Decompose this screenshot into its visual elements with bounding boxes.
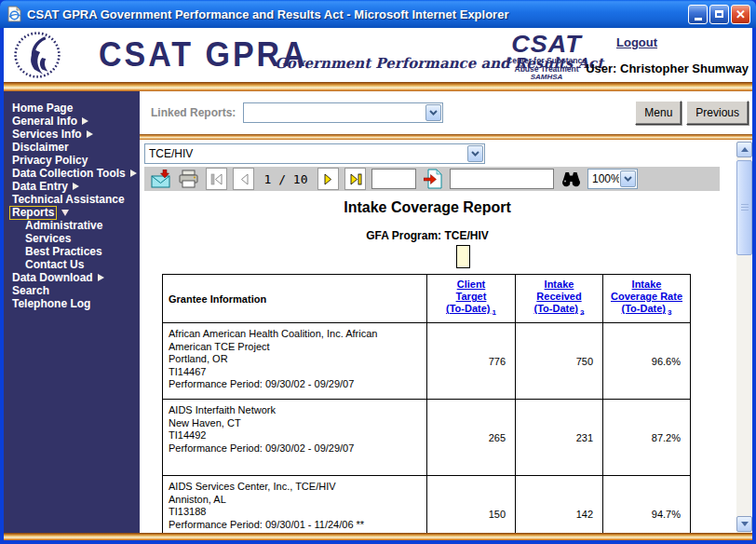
first-page-button[interactable] [206,168,227,190]
sidebar-item-label: Reports [9,206,57,220]
sidebar-item[interactable]: Technical Assistance [4,193,140,206]
grantee-location: Portland, OR [169,353,421,366]
menu-arrow-icon [82,117,88,125]
footer-divider-bar [4,533,752,540]
sidebar-item[interactable]: Services [4,232,140,245]
header-divider-bar [4,82,752,91]
client-target-cell: 265 [427,400,516,476]
sidebar-item[interactable]: Data Collection Tools [4,167,140,180]
menu-arrow-icon [87,130,93,138]
intake-received-cell: 142 [516,476,603,533]
logout-link[interactable]: Logout [616,35,657,49]
sidebar-item[interactable]: Administrative [4,219,140,232]
last-page-button[interactable] [344,168,366,190]
sidebar-item[interactable]: Search [4,284,140,297]
main-area: Home Page General Info Services Info Dis… [4,91,752,533]
find-binoculars-icon[interactable] [560,169,582,189]
column-header-client-target[interactable]: Client Target (To-Date)1 [427,275,516,323]
sidebar-item[interactable]: Home Page [4,102,140,115]
previous-button[interactable]: Previous [686,101,749,125]
grantee-info-cell: AIDS Interfaith Network New Haven, CT TI… [163,400,427,476]
sidebar-item[interactable]: Contact Us [4,258,140,271]
scroll-down-button[interactable] [736,516,752,532]
table-header-row: Grantee Information Client Target (To-Da… [163,275,691,323]
sidebar-item-label: Data Collection Tools [12,168,126,180]
menu-button[interactable]: Menu [635,101,682,125]
grantee-name: African American Health Coalition, Inc. … [169,328,421,353]
report-program-select[interactable]: TCE/HIV [144,143,485,164]
sidebar-item[interactable]: Data Entry [4,180,140,193]
sidebar-item-label: Home Page [12,102,73,115]
report-title: Intake Coverage Report [162,199,693,216]
chevron-up-icon [741,147,749,152]
grantee-table-body: African American Health Coalition, Inc. … [163,323,691,533]
browser-viewport: CSAT GPRA Government Performance and Res… [4,28,752,540]
internet-explorer-icon [7,6,22,22]
sidebar-item-label: Telephone Log [12,298,90,310]
grantee-location: Anniston, AL [169,494,421,507]
report-toolbar: 1 / 10 [144,167,720,191]
grantee-info-cell: AIDS Services Center, Inc., TCE/HIV Anni… [163,476,427,533]
minimize-button[interactable] [688,5,708,24]
window-titlebar[interactable]: CSAT GPRA Government Performance and Res… [0,0,756,28]
sidebar-item-label: Disclaimer [12,142,69,154]
menu-arrow-icon [98,274,104,281]
grantee-period: Performance Period: 09/30/02 - 09/29/07 [169,442,421,456]
chevron-down-icon[interactable] [425,104,441,121]
sidebar-item[interactable]: Reports [4,206,140,219]
search-text-input[interactable] [450,169,554,189]
sidebar-item[interactable]: Best Practices [4,245,140,258]
scrollbar-thumb[interactable] [736,160,752,255]
sidebar-item[interactable]: General Info [4,115,140,128]
grantee-id: TI14467 [169,366,421,379]
sidebar-item-label: Search [12,285,49,297]
content-area: Linked Reports: Menu Previous TCE/HIV [140,91,752,533]
scrollbar-grip [741,204,749,211]
hhs-logo-icon [13,31,61,79]
window-title: CSAT GPRA Government Performance and Res… [27,7,686,21]
chevron-down-icon[interactable] [620,170,636,187]
grantee-location: New Haven, CT [169,417,421,430]
linked-reports-select[interactable] [243,102,443,123]
menu-arrow-icon [73,183,79,190]
scroll-up-button[interactable] [736,142,752,157]
placeholder-box [456,245,470,268]
sidebar-item[interactable]: Data Download [4,271,140,284]
sidebar-item-label: Contact Us [25,259,84,271]
menu-arrow-icon [61,210,69,216]
close-button[interactable]: ✕ [731,5,750,24]
maximize-button[interactable] [709,5,729,24]
sidebar-item-label: Data Download [12,272,93,284]
coverage-rate-cell: 96.6% [603,323,691,400]
sidebar-item[interactable]: Privacy Policy [4,154,140,167]
next-page-button[interactable] [317,168,339,190]
export-icon[interactable] [150,169,172,189]
chevron-down-icon[interactable] [467,145,483,162]
table-row: African American Health Coalition, Inc. … [163,323,691,400]
minimize-icon [695,18,702,20]
report-program-value: TCE/HIV [145,147,466,160]
sidebar-item[interactable]: Telephone Log [4,297,140,310]
intake-received-cell: 750 [516,323,603,400]
client-target-cell: 150 [427,476,516,533]
close-icon: ✕ [736,8,746,20]
report-page: Intake Coverage Report GFA Program: TCE/… [162,196,693,533]
grantee-period: Performance Period: 09/30/01 - 11/24/06 … [169,519,421,532]
csat-logo-text: CSAT [504,32,589,57]
column-header-grantee: Grantee Information [163,275,427,323]
sidebar-item[interactable]: Disclaimer [4,141,140,154]
goto-page-input[interactable] [371,169,416,189]
sidebar-item[interactable]: Services Info [4,128,140,141]
column-header-intake-received[interactable]: Intake Received (To-Date)2 [516,275,603,323]
vertical-scrollbar[interactable] [736,142,752,533]
sidebar-item-label: Services Info [12,129,82,141]
grantee-id: TI14492 [169,429,421,442]
print-icon[interactable] [178,169,200,189]
previous-page-button[interactable] [233,168,254,190]
coverage-rate-cell: 87.2% [603,400,691,476]
sidebar-item-label: Technical Assistance [12,194,125,206]
zoom-select[interactable]: 100% [587,169,638,189]
table-row: AIDS Services Center, Inc., TCE/HIV Anni… [163,476,691,533]
goto-page-icon[interactable] [422,169,444,189]
column-header-coverage-rate[interactable]: Intake Coverage Rate (To-Date)3 [603,275,691,323]
